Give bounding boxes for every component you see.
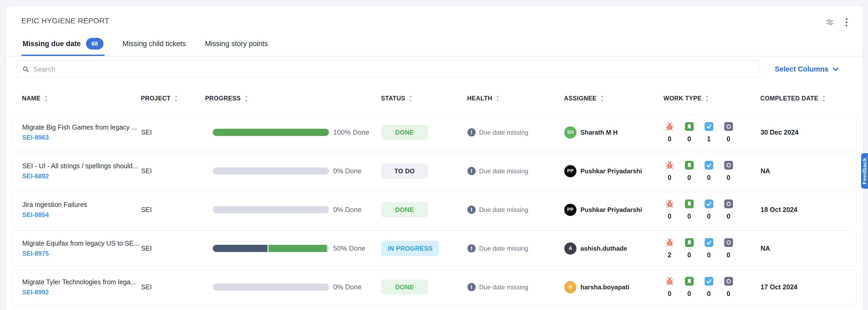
table-row[interactable]: Migrate Tyler Technologies from lega...S… xyxy=(12,269,857,305)
sort-icon[interactable]: ▲▼ xyxy=(496,95,499,102)
progress-cell: 0% Done xyxy=(205,283,381,291)
epic-key-link[interactable]: SEI-8992 xyxy=(22,288,49,296)
feedback-tab[interactable]: Feedback xyxy=(861,153,868,188)
work-type-task: 0 xyxy=(703,199,715,220)
work-type-count: 0 xyxy=(687,174,691,181)
epic-name: SEI - UI - All strings / spellings shoul… xyxy=(22,162,141,170)
work-type-epic: 0 xyxy=(723,122,734,143)
progress-cell: 0% Done xyxy=(205,206,381,214)
table-row[interactable]: Migrate Equifax from legacy US to SE...S… xyxy=(12,231,857,266)
table-row-partial[interactable] xyxy=(12,308,857,310)
column-header-project[interactable]: PROJECT▲▼ xyxy=(141,95,205,102)
column-header-status[interactable]: STATUS▲▼ xyxy=(381,95,467,102)
tab-label: Missing child tickets xyxy=(123,40,186,48)
work-type-count: 0 xyxy=(707,174,711,181)
sort-icon[interactable]: ▲▼ xyxy=(822,95,826,102)
completed-date-cell: NA xyxy=(761,167,847,175)
tab-missing-story-points[interactable]: Missing story points xyxy=(204,38,269,56)
column-header-health[interactable]: HEALTH▲▼ xyxy=(467,95,564,102)
sort-icon[interactable]: ▲▼ xyxy=(705,95,709,102)
column-header-completed-date[interactable]: COMPLETED DATE▲▼ xyxy=(760,95,847,102)
work-type-count: 0 xyxy=(726,135,730,143)
epic-key-link[interactable]: SEI-8975 xyxy=(22,250,49,257)
work-type-bug: 0 xyxy=(664,199,675,220)
avatar: PP xyxy=(564,165,577,177)
assignee-name: Pushkar Priyadarshi xyxy=(581,167,642,175)
work-type-count: 2 xyxy=(668,251,672,259)
tab-bar: Missing due date 68 Missing child ticket… xyxy=(6,38,863,56)
work-type-task: 1 xyxy=(703,122,715,143)
progress-bar xyxy=(213,167,329,175)
sort-icon[interactable]: ▲▼ xyxy=(409,95,412,102)
search-input[interactable] xyxy=(33,65,754,73)
health-cell: !Due date missing xyxy=(467,167,564,175)
epic-icon xyxy=(724,161,733,170)
kebab-menu-icon[interactable] xyxy=(845,18,848,27)
chevron-down-icon xyxy=(832,66,839,73)
status-badge: IN PROGRESS xyxy=(381,241,439,256)
avatar: SH xyxy=(564,126,577,139)
tab-missing-due-date[interactable]: Missing due date 68 xyxy=(22,38,104,56)
progress-cell: 100% Done xyxy=(205,128,381,136)
work-type-story: 0 xyxy=(683,161,695,181)
work-type-cell: 0000 xyxy=(664,161,761,181)
report-card: EPIC HYGIENE REPORT Missing due xyxy=(6,6,863,310)
work-type-story: 0 xyxy=(683,122,695,143)
avatar: H xyxy=(564,281,577,293)
column-header-work-type[interactable]: WORK TYPE▲▼ xyxy=(663,95,760,102)
page-title: EPIC HYGIENE REPORT xyxy=(22,17,109,25)
bug-icon xyxy=(665,238,674,247)
status-badge: DONE xyxy=(381,202,428,217)
sort-icon[interactable]: ▲▼ xyxy=(600,95,604,102)
sort-icon[interactable]: ▲▼ xyxy=(174,95,178,102)
tab-missing-child-tickets[interactable]: Missing child tickets xyxy=(122,38,187,56)
work-type-count: 0 xyxy=(726,212,730,220)
warning-icon: ! xyxy=(467,167,476,175)
column-header-name[interactable]: NAME▲▼ xyxy=(22,95,141,102)
work-type-count: 0 xyxy=(668,290,672,298)
sort-icon[interactable]: ▲▼ xyxy=(44,95,48,102)
select-columns-button[interactable]: Select Columns xyxy=(775,65,839,73)
completed-date-cell: 17 Oct 2024 xyxy=(761,283,847,291)
work-type-count: 0 xyxy=(668,135,672,143)
column-header-assignee[interactable]: ASSIGNEE▲▼ xyxy=(564,95,663,102)
project-cell: SEI xyxy=(141,206,205,213)
name-cell: Migrate Equifax from legacy US to SE...S… xyxy=(22,240,141,257)
work-type-cell: 2000 xyxy=(664,238,761,259)
table-row[interactable]: Jira Ingestion FailuresSEI-8854SEI0% Don… xyxy=(12,192,857,228)
progress-bar xyxy=(213,245,329,252)
search-input-wrapper xyxy=(17,61,760,78)
epic-key-link[interactable]: SEI-8963 xyxy=(22,134,49,141)
sliders-icon[interactable] xyxy=(826,18,834,26)
health-cell: !Due date missing xyxy=(467,283,564,291)
epic-table: NAME▲▼PROJECT▲▼PROGRESS▲▼STATUS▲▼HEALTH▲… xyxy=(6,78,863,310)
warning-icon: ! xyxy=(467,206,476,214)
column-header-progress[interactable]: PROGRESS▲▼ xyxy=(205,95,381,102)
work-type-count: 1 xyxy=(707,135,711,143)
progress-cell: 0% Done xyxy=(205,167,381,175)
sort-icon[interactable]: ▲▼ xyxy=(244,95,248,102)
controls-row: Select Columns xyxy=(6,57,863,78)
table-row[interactable]: Migrate Big Fish Games from legacy ...SE… xyxy=(12,114,857,150)
completed-date-cell: NA xyxy=(761,245,847,252)
work-type-bug: 0 xyxy=(664,277,675,298)
epic-name: Migrate Equifax from legacy US to SE... xyxy=(22,240,141,247)
assignee-name: Sharath M H xyxy=(581,129,618,136)
health-text: Due date missing xyxy=(479,129,528,136)
health-cell: !Due date missing xyxy=(467,244,564,252)
warning-icon: ! xyxy=(467,244,476,252)
project-cell: SEI xyxy=(141,167,205,175)
table-row[interactable]: SEI - UI - All strings / spellings shoul… xyxy=(12,153,857,189)
header-toolbar xyxy=(826,18,848,27)
epic-key-link[interactable]: SEI-8892 xyxy=(22,172,49,180)
assignee-cell: PPPushkar Priyadarshi xyxy=(564,204,664,216)
progress-bar xyxy=(213,206,329,213)
epic-icon xyxy=(724,199,733,209)
assignee-name: ashish.duthade xyxy=(581,245,627,252)
work-type-task: 0 xyxy=(703,277,715,298)
epic-key-link[interactable]: SEI-8854 xyxy=(22,211,49,218)
avatar: PP xyxy=(564,204,577,216)
work-type-count: 0 xyxy=(687,212,691,220)
bug-icon xyxy=(665,161,674,170)
work-type-count: 0 xyxy=(726,174,730,181)
